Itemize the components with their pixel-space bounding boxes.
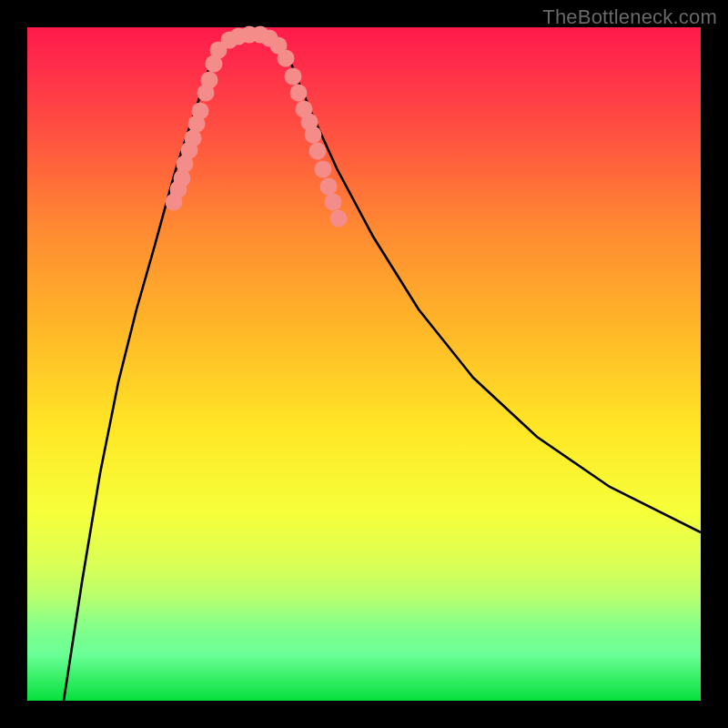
curve-svg bbox=[27, 27, 701, 701]
bottleneck-curve bbox=[64, 32, 701, 701]
scatter-dot bbox=[201, 72, 218, 89]
scatter-dot bbox=[174, 170, 191, 187]
scatter-dot bbox=[305, 126, 322, 144]
scatter-dot bbox=[185, 130, 202, 147]
scatter-dot bbox=[285, 68, 302, 86]
scatter-dot bbox=[278, 50, 295, 67]
scatter-dot bbox=[330, 210, 348, 228]
chart-frame: TheBottleneck.com bbox=[0, 0, 728, 728]
scatter-dots bbox=[166, 26, 348, 228]
scatter-dot bbox=[325, 194, 342, 211]
scatter-dot bbox=[309, 143, 327, 160]
scatter-dot bbox=[315, 161, 332, 178]
watermark-text: TheBottleneck.com bbox=[542, 5, 717, 29]
scatter-dot bbox=[320, 178, 338, 196]
scatter-dot bbox=[290, 85, 308, 102]
scatter-dot bbox=[192, 103, 209, 120]
